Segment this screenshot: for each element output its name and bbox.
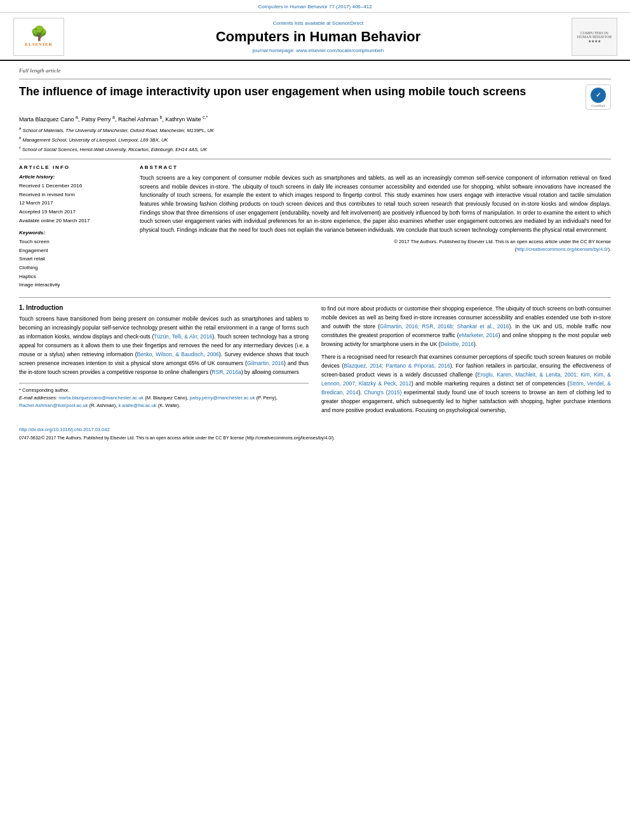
ref-eroglu[interactable]: Eroglu, Karen, Machleit, & Lenita, 2001;… [321, 371, 611, 387]
authors-line: Marta Blazquez Cano a, Patsy Perry a, Ra… [19, 115, 611, 123]
right-logo-box: COMPUTERS INHUMAN BEHAVIOR★★★★ [572, 18, 617, 56]
body-col-right: to find out more about products or custo… [321, 304, 611, 418]
abstract-header: ABSTRACT [140, 164, 611, 170]
ref-benko[interactable]: Benko, Wilson, & Baudisch, 2006 [137, 351, 218, 357]
section1-heading: 1. Introduction [19, 304, 309, 311]
section1-col2-text: to find out more about products or custo… [321, 304, 611, 415]
header-right-logo: COMPUTERS INHUMAN BEHAVIOR★★★★ [569, 18, 620, 56]
crossmark-badge: ✓ CrossMark [586, 84, 611, 110]
doi-line: http://dx.doi.org/10.1016/j.chb.2017.03.… [0, 425, 630, 434]
email-rachel[interactable]: Rachel.Ashman@liverpool.ac.uk [19, 403, 88, 408]
article-title-area: The influence of image interactivity upo… [19, 84, 611, 110]
ref-chung[interactable]: Chung's (2015) [364, 389, 401, 396]
ref-blazquez2014[interactable]: Blazquez, 2014; Pantano & Priporas, 2016 [344, 363, 450, 369]
contents-available-text: Contents lists available at [273, 20, 331, 26]
elsevier-wordmark: ELSEVIER [25, 42, 52, 47]
intro-para-3: There is a recognised need for research … [321, 352, 611, 415]
article-title: The influence of image interactivity upo… [19, 84, 579, 99]
page: Computers in Human Behavior 77 (2017) 40… [0, 0, 630, 840]
abstract-text: Touch screens are a key component of con… [140, 174, 611, 234]
sciencedirect-link: Contents lists available at ScienceDirec… [80, 20, 556, 26]
email-marta[interactable]: marta.blazquezcano@manchester.ac.uk [58, 395, 144, 401]
ref-gilmartin[interactable]: Gilmartin, 2016 [247, 360, 284, 366]
elsevier-logo-box: 🌳 ELSEVIER [13, 18, 64, 56]
intro-para-2: to find out more about products or custo… [321, 304, 611, 349]
keywords-list: Touch screen Engagement Smart retail Clo… [19, 237, 127, 290]
corresponding-author-note: * Corresponding author. [19, 387, 309, 394]
article-type-label: Full length article [19, 67, 611, 74]
journal-citation: Computers in Human Behavior 77 (2017) 40… [258, 4, 372, 10]
journal-title: Computers in Human Behavior [80, 29, 556, 45]
homepage-label-text: journal homepage: [253, 48, 295, 53]
affil-c: c School of Social Sciences, Heriot-Watt… [19, 145, 611, 153]
divider-affiliations [19, 159, 611, 159]
info-abstract-columns: ARTICLE INFO Article history: Received 1… [19, 164, 611, 290]
keywords-section: Keywords: Touch screen Engagement Smart … [19, 230, 127, 290]
article-info-column: ARTICLE INFO Article history: Received 1… [19, 164, 127, 290]
ref-rsr2016a[interactable]: RSR, 2016a [211, 369, 241, 375]
keywords-label: Keywords: [19, 230, 127, 236]
elsevier-logo-area: 🌳 ELSEVIER [10, 18, 67, 56]
article-dates: Received 1 December 2016 Received in rev… [19, 182, 127, 225]
homepage-url[interactable]: www.elsevier.com/locate/comphumbeh [296, 48, 384, 53]
sciencedirect-label[interactable]: ScienceDirect [332, 20, 363, 26]
affiliations: a School of Materials, The University of… [19, 126, 611, 152]
ref-tuzun[interactable]: Tüzün, Telli, & Alır, 2016 [154, 333, 212, 340]
footnote-area: * Corresponding author. E-mail addresses… [19, 383, 309, 410]
abstract-paragraph-1: Touch screens are a key component of con… [140, 174, 611, 234]
bottom-copyright: 0747-5632/© 2017 The Authors. Published … [0, 434, 630, 441]
top-citation-bar: Computers in Human Behavior 77 (2017) 40… [0, 0, 630, 13]
homepage-line: journal homepage: www.elsevier.com/locat… [80, 48, 556, 53]
divider-type [19, 79, 611, 79]
email-patsy[interactable]: patsy.perry@manchester.ac.uk [190, 395, 255, 401]
email-kathryn[interactable]: k.waite@hw.ac.uk [118, 403, 156, 408]
journal-header: 🌳 ELSEVIER Contents lists available at S… [0, 13, 630, 61]
copyright-line: © 2017 The Authors. Published by Elsevie… [140, 238, 611, 253]
affil-b: b Management School, University of Liver… [19, 135, 611, 143]
abstract-column: ABSTRACT Touch screens are a key compone… [140, 164, 611, 290]
doi-link[interactable]: http://dx.doi.org/10.1016/j.chb.2017.03.… [19, 427, 110, 432]
affil-a: a School of Materials, The University of… [19, 126, 611, 134]
right-logo-text: COMPUTERS INHUMAN BEHAVIOR★★★★ [577, 31, 612, 43]
email-addresses: E-mail addresses: marta.blazquezcano@man… [19, 394, 309, 410]
intro-para-1: Touch screens have transitioned from bei… [19, 314, 309, 377]
crossmark-label: CrossMark [591, 104, 605, 107]
body-col-left: 1. Introduction Touch screens have trans… [19, 304, 309, 418]
elsevier-tree-icon: 🌳 [30, 27, 48, 41]
header-center: Contents lists available at ScienceDirec… [67, 20, 569, 53]
divider-abstract [19, 297, 611, 298]
article-area: Full length article The influence of ima… [0, 61, 630, 425]
body-columns: 1. Introduction Touch screens have trans… [19, 304, 611, 418]
ref-gilmartin2[interactable]: Gilmartin, 2016; RSR, 2016b; Shankar et … [380, 323, 509, 330]
ref-emarketer[interactable]: eMarketer, 2016 [459, 332, 499, 338]
ref-deloitte[interactable]: Deloitte, 2016 [441, 341, 474, 347]
article-info-header: ARTICLE INFO [19, 164, 127, 170]
section1-col1-text: Touch screens have transitioned from bei… [19, 314, 309, 377]
crossmark-icon: ✓ [591, 88, 606, 103]
article-history-label: Article history: [19, 174, 127, 180]
cc-by-link[interactable]: http://creativecommons.org/licenses/by/4… [516, 246, 608, 252]
